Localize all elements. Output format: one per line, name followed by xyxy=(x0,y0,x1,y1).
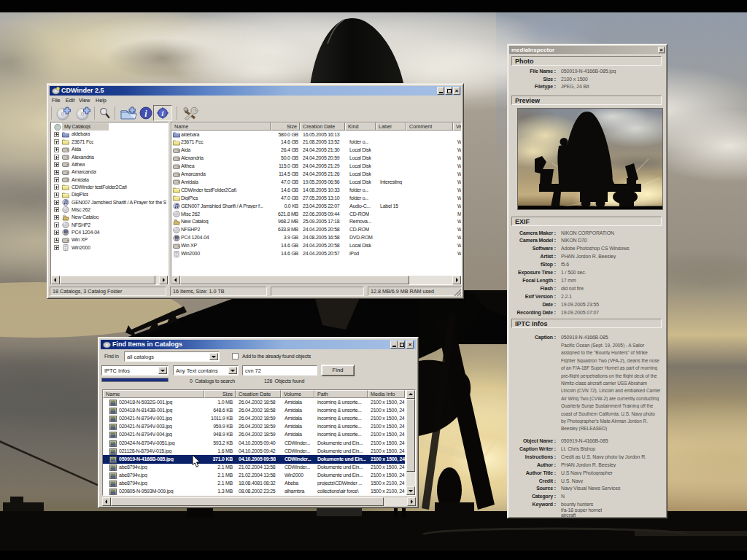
svg-text:i: i xyxy=(162,109,164,117)
